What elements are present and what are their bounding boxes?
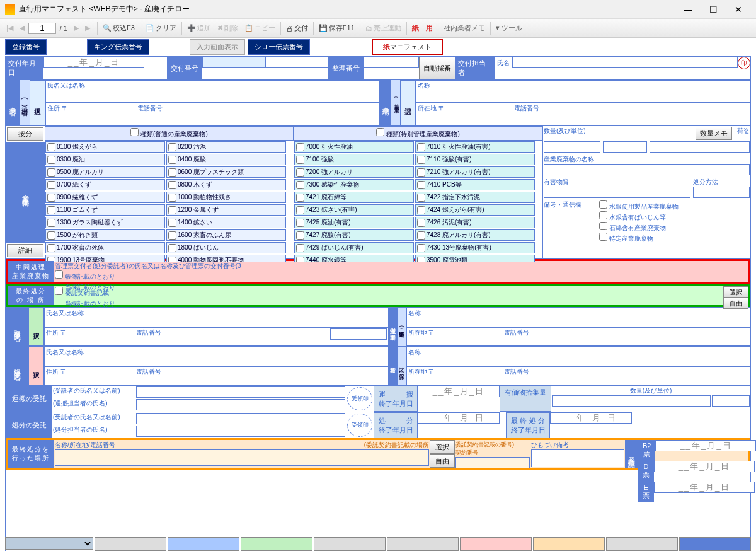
name-label: 氏名	[495, 57, 512, 79]
footer-combo[interactable]	[5, 537, 93, 550]
jigyosha-select[interactable]: 選択	[30, 80, 45, 125]
waste-item-special[interactable]: 7425 廃油(有害)	[294, 217, 414, 228]
shape-input[interactable]	[650, 141, 750, 153]
contract-no-input[interactable]	[455, 457, 530, 468]
window-titlebar: 直行用マニフェスト <WEBデモ中> - 産廃イチロー — ☐ ✕	[0, 0, 756, 19]
paper-link[interactable]: 紙 用	[410, 23, 435, 33]
type-special-check[interactable]	[376, 128, 384, 136]
waste-item[interactable]: 0800 木くず	[166, 179, 286, 190]
seq-no-input[interactable]	[364, 57, 419, 68]
save-button[interactable]: 💾保存F11	[316, 22, 357, 34]
tool-menu[interactable]: ▾ ツール	[493, 23, 525, 33]
waste-item[interactable]: 1200 金属くず	[166, 204, 286, 216]
tab-paper[interactable]: 紙マニフェスト	[372, 39, 443, 55]
waste-item[interactable]: 0700 紙くず	[45, 179, 165, 190]
nav-next-icon[interactable]: ▶	[71, 23, 81, 33]
nav-first-icon[interactable]: |◀	[4, 23, 16, 33]
minimize-button[interactable]: —	[675, 1, 701, 18]
qty-input[interactable]	[544, 141, 600, 153]
close-button[interactable]: ✕	[726, 1, 751, 18]
waste-item-special[interactable]: 7428 廃アルカリ(有害)	[415, 229, 535, 241]
method-input[interactable]	[693, 187, 750, 198]
disposer-select[interactable]: 選択	[28, 347, 44, 385]
waste-item-special[interactable]: 7300 感染性廃棄物	[294, 179, 414, 190]
waste-item[interactable]: 0100 燃えがら	[45, 141, 165, 153]
waste-item[interactable]: 0200 汚泥	[166, 141, 286, 153]
waste-item[interactable]: 1100 ゴムくず	[45, 204, 165, 216]
carry-end-date[interactable]	[418, 386, 500, 397]
tab-reg[interactable]: 登録番号	[5, 39, 47, 55]
waste-item[interactable]: 0600 廃プラスチック類	[166, 166, 286, 178]
wastename-input[interactable]	[544, 164, 750, 175]
apportion-button[interactable]: 按分	[7, 127, 43, 141]
waste-item-special[interactable]: 7430 13号廃棄物(有害)	[415, 242, 535, 253]
finalplace-input[interactable]	[55, 450, 429, 466]
final-end-date[interactable]	[550, 412, 632, 424]
finalplace-select[interactable]: 選択	[430, 440, 455, 454]
qty-memo-button[interactable]: 数量メモ	[696, 127, 732, 140]
delete-button[interactable]: ✖削除	[215, 22, 241, 34]
stamp-icon[interactable]: 印	[738, 57, 750, 69]
waste-item[interactable]: 0500 廃アルカリ	[45, 166, 165, 178]
detail-button[interactable]: 詳細	[7, 244, 43, 257]
disp-end-date[interactable]	[418, 412, 500, 424]
waste-item-special[interactable]: 7000 引火性廃油	[294, 141, 414, 153]
nav-last-icon[interactable]: ▶|	[83, 23, 94, 33]
waste-item[interactable]: 1700 家畜の死体	[45, 242, 165, 253]
clear-button[interactable]: 📄クリア	[143, 22, 179, 34]
waste-item[interactable]: 1000 動植物性残さ	[166, 192, 286, 203]
waste-item-special[interactable]: 7427 廃酸(有害)	[294, 229, 414, 241]
waste-item[interactable]: 1600 家畜のふん尿	[166, 229, 286, 241]
link-note[interactable]	[531, 450, 624, 467]
waste-item-special[interactable]: 7010 引火性廃油(有害)	[415, 141, 535, 153]
final-select-button[interactable]: 選択	[723, 286, 748, 298]
maximize-button[interactable]: ☐	[701, 1, 726, 18]
auto-number-button[interactable]: 自動採番	[419, 57, 455, 79]
issue-button[interactable]: 🖨交付	[284, 22, 311, 34]
window-title: 直行用マニフェスト <WEBデモ中> - 産廃イチロー	[19, 4, 675, 14]
waste-item[interactable]: 1500 がれき類	[45, 229, 165, 241]
page-number-input[interactable]	[28, 23, 56, 34]
waste-item[interactable]: 1400 鉱さい	[166, 217, 286, 228]
waste-item-special[interactable]: 7110 強酸(有害)	[415, 154, 535, 165]
issuer-name-input[interactable]	[512, 57, 738, 68]
waste-item-special[interactable]: 7200 強アルカリ	[294, 166, 414, 178]
waste-item-special[interactable]: 7423 鉱さい(有害)	[294, 204, 414, 216]
carrier-select[interactable]: 選択	[28, 308, 44, 346]
copy-button[interactable]: 📋コピー	[242, 22, 278, 34]
waste-item-special[interactable]: 7422 指定下水汚泥	[415, 192, 535, 203]
waste-item-special[interactable]: 7100 強酸	[294, 154, 414, 165]
waste-item-special[interactable]: 7421 廃石綿等	[294, 192, 414, 203]
waste-item[interactable]: 0400 廃酸	[166, 154, 286, 165]
waste-item[interactable]: 0300 廃油	[45, 154, 165, 165]
harmful-input[interactable]	[544, 187, 690, 198]
sales-button[interactable]: 🗂売上連動	[363, 22, 404, 34]
waste-item-special[interactable]: 7410 PCB等	[415, 179, 535, 190]
memo-link[interactable]: 社内業者メモ	[441, 23, 488, 33]
type-normal-check[interactable]	[130, 128, 139, 136]
site-select[interactable]: 選択	[400, 80, 416, 125]
seq-no-label: 整理番号	[328, 57, 364, 79]
tab-king[interactable]: キング伝票番号	[87, 39, 149, 55]
site-side: 事業場	[380, 80, 391, 125]
add-button[interactable]: ➕追加	[185, 22, 214, 34]
unit-input[interactable]	[603, 141, 647, 153]
carry-stamp[interactable]: 受領印	[347, 387, 372, 410]
issue-no-input1[interactable]	[202, 57, 265, 68]
waste-item[interactable]: 1800 ばいじん	[166, 242, 286, 253]
finalplace-free[interactable]: 自由	[430, 454, 455, 468]
waste-item-special[interactable]: 7429 ばいじん(有害)	[294, 242, 414, 253]
tab-shiro[interactable]: シロー伝票番号	[248, 39, 310, 55]
waste-item-special[interactable]: 7424 燃えがら(有害)	[415, 204, 535, 216]
issue-date-input[interactable]	[43, 57, 144, 68]
nav-prev-icon[interactable]: ◀	[17, 23, 27, 33]
disp-stamp[interactable]: 受領印	[347, 414, 372, 437]
tab-input[interactable]: 入力画面表示	[190, 39, 245, 55]
waste-item-special[interactable]: 7426 汚泥(有害)	[415, 217, 535, 228]
narrow-button[interactable]: 🔍絞込F3	[100, 22, 137, 34]
waste-item[interactable]: 1300 ガラス陶磁器くず	[45, 217, 165, 228]
waste-item[interactable]: 0900 繊維くず	[45, 192, 165, 203]
issue-no-input2[interactable]	[265, 57, 328, 68]
tab-row: 登録番号 キング伝票番号 入力画面表示 シロー伝票番号 紙マニフェスト	[0, 38, 756, 55]
waste-item-special[interactable]: 7210 強アルカリ(有害)	[415, 166, 535, 178]
